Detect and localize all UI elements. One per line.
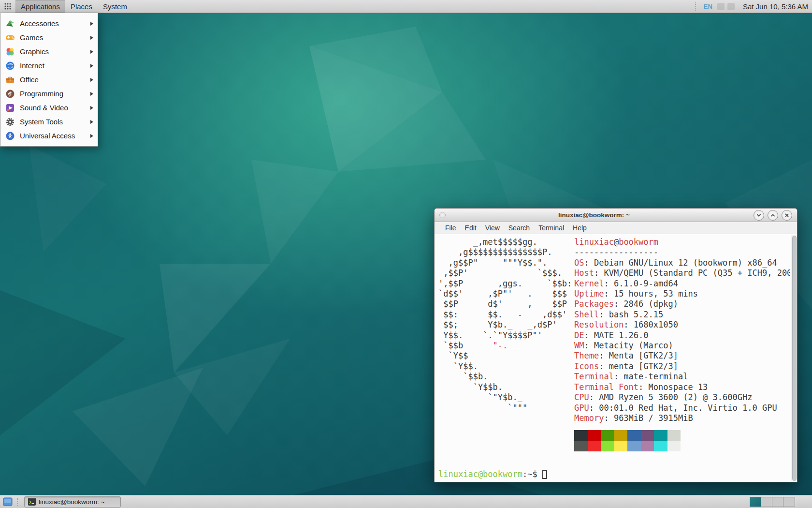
menu-item-games[interactable]: Games (0, 30, 98, 45)
submenu-arrow-icon (90, 120, 93, 124)
menu-item-label: Sound & Video (20, 104, 90, 112)
neofetch-info-row: Theme: Menta [GTK2/3] (574, 351, 790, 361)
menu-item-label: Accessories (20, 19, 90, 28)
submenu-arrow-icon (90, 78, 93, 82)
menu-item-label: Graphics (20, 47, 90, 56)
color-swatch (627, 430, 641, 441)
maximize-button[interactable] (768, 210, 778, 221)
office-icon (5, 75, 15, 85)
menu-item-programming[interactable]: Programming (0, 87, 98, 101)
neofetch-header: linuxiac@bookworm (574, 237, 790, 247)
neofetch-color-palette (574, 430, 681, 451)
menu-item-label: Internet (20, 61, 90, 70)
ascii-art-line: `d$$' ,$P"' . $$$ (438, 289, 572, 299)
ascii-art-line: $$; Y$b._ _,d$P' (438, 320, 572, 330)
submenu-arrow-icon (90, 64, 93, 68)
menu-places[interactable]: Places (65, 0, 98, 13)
minimize-button[interactable] (754, 210, 764, 221)
neofetch-info-row: Terminal Font: Monospace 13 (574, 382, 790, 392)
menu-applications[interactable]: Applications (15, 0, 65, 13)
ascii-art-line: `Y$$. (438, 361, 572, 372)
menu-item-system-tools[interactable]: System Tools (0, 115, 98, 129)
ascii-art-line: `$$b "-.__ (438, 341, 572, 351)
ascii-art-line: ',$$P ,ggs. `$$b: (438, 279, 572, 289)
accessories-icon (5, 19, 15, 29)
ascii-art-line: `$$b. (438, 372, 572, 382)
workspace-4[interactable] (783, 497, 795, 507)
menu-item-label: Games (20, 33, 90, 42)
color-swatch (574, 441, 588, 451)
menu-item-label: Universal Access (20, 132, 90, 140)
terminal-cursor (542, 470, 547, 479)
submenu-arrow-icon (90, 106, 93, 110)
color-swatch (641, 430, 654, 441)
submenu-arrow-icon (90, 22, 93, 26)
menu-item-internet[interactable]: Internet (0, 59, 98, 73)
terminal-content[interactable]: _,met$$$$$gg. ,g$$$$$$$$$$$$$$$P. ,g$$P"… (435, 235, 797, 482)
neofetch-info-row: Terminal: mate-terminal (574, 372, 790, 382)
neofetch-info-row: OS: Debian GNU/Linux 12 (bookworm) x86_6… (574, 258, 790, 268)
neofetch-separator: ----------------- (574, 247, 790, 257)
workspace-3[interactable] (772, 497, 783, 507)
panel-drag-handle[interactable] (17, 498, 21, 506)
color-swatch (641, 441, 654, 451)
terminal-menu-view[interactable]: View (481, 224, 504, 232)
menu-item-accessories[interactable]: Accessories (0, 16, 98, 30)
neofetch-info-row: Host: KVM/QEMU (Standard PC (Q35 + ICH9,… (574, 268, 790, 278)
close-button[interactable] (782, 210, 792, 221)
neofetch-info-row: DE: MATE 1.26.0 (574, 330, 790, 341)
terminal-menu-terminal[interactable]: Terminal (534, 224, 568, 232)
window-title: linuxiac@bookworm: ~ (478, 209, 710, 222)
menu-item-universal-access[interactable]: Universal Access (0, 129, 98, 143)
neofetch-info-row: Packages: 2846 (dpkg) (574, 299, 790, 309)
ascii-art-line: `Y$$b. (438, 382, 572, 392)
submenu-arrow-icon (90, 92, 93, 96)
color-swatch (588, 441, 601, 451)
workspace-1[interactable] (750, 497, 761, 507)
ascii-art-line: _,met$$$$$gg. (438, 237, 572, 247)
color-swatch (627, 441, 641, 451)
terminal-window: linuxiac@bookworm: ~ FileEditViewSearchT… (434, 208, 798, 482)
graphics-icon (5, 47, 15, 57)
workspace-2[interactable] (761, 497, 772, 507)
volume-icon[interactable] (727, 3, 735, 10)
panel-drag-handle[interactable] (695, 2, 699, 11)
neofetch-info-row: Uptime: 15 hours, 53 mins (574, 289, 790, 299)
color-swatch (667, 441, 681, 451)
terminal-menubar: FileEditViewSearchTerminalHelp (435, 222, 797, 234)
terminal-scrollbar[interactable] (791, 235, 797, 482)
color-swatch (654, 430, 667, 441)
menu-item-graphics[interactable]: Graphics (0, 45, 98, 59)
terminal-menu-file[interactable]: File (441, 224, 461, 232)
ascii-art-line: $$: $$. - ,d$$' (438, 310, 572, 320)
ascii-art-line: `Y$$ (438, 351, 572, 361)
window-titlebar[interactable]: linuxiac@bookworm: ~ (435, 209, 797, 222)
taskbar-window-button[interactable]: linuxiac@bookworm: ~ (24, 496, 121, 508)
prompt-suffix: :~$ (522, 469, 537, 479)
network-icon[interactable] (717, 3, 725, 10)
menu-item-sound-video[interactable]: Sound & Video (0, 101, 98, 115)
chevron-up-icon (770, 213, 775, 218)
applications-menu-popup: AccessoriesGamesGraphicsInternetOfficePr… (0, 13, 98, 147)
bottom-panel: linuxiac@bookworm: ~ (0, 495, 812, 508)
menu-item-office[interactable]: Office (0, 73, 98, 87)
scrollbar-thumb[interactable] (792, 236, 797, 481)
menu-system[interactable]: System (98, 0, 132, 13)
window-menu-icon[interactable] (439, 212, 446, 218)
ascii-art-line: `"Y$b._ (438, 392, 572, 403)
prompt-user-host: linuxiac@bookworm (438, 469, 522, 479)
show-desktop-button[interactable] (0, 495, 15, 508)
terminal-menu-search[interactable]: Search (504, 224, 534, 232)
terminal-menu-help[interactable]: Help (568, 224, 591, 232)
panel-clock[interactable]: Sat Jun 10, 5:36 AM (736, 2, 812, 11)
neofetch-info-row: Shell: bash 5.2.15 (574, 310, 790, 320)
keyboard-layout-indicator[interactable]: EN (700, 3, 716, 10)
universal-access-icon (5, 131, 15, 141)
color-swatch (588, 430, 601, 441)
menu-grid-icon[interactable] (0, 0, 15, 13)
color-swatch (601, 441, 614, 451)
terminal-menu-edit[interactable]: Edit (461, 224, 481, 232)
color-swatch (601, 430, 614, 441)
neofetch-info-row: Icons: menta [GTK2/3] (574, 361, 790, 372)
ascii-art-line: $$P d$' , $$P (438, 299, 572, 309)
